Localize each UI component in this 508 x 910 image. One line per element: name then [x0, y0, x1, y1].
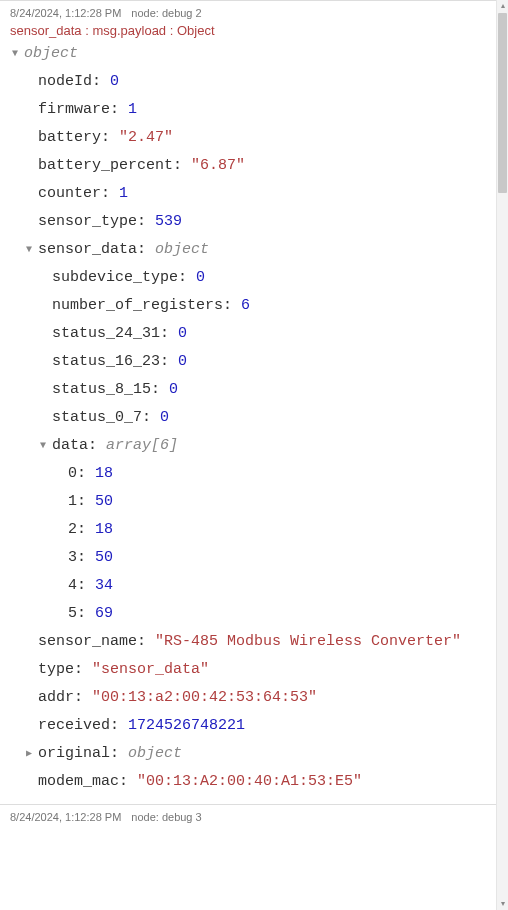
- prop-row[interactable]: sensor_name: "RS-485 Modbus Wireless Con…: [12, 628, 496, 656]
- prop-row[interactable]: status_16_23: 0: [12, 348, 496, 376]
- entry-header: 8/24/2024, 1:12:28 PM node: debug 3: [0, 811, 508, 823]
- caret-right-icon[interactable]: ▶: [26, 740, 36, 768]
- scrollbar[interactable]: ▴ ▾: [496, 0, 508, 831]
- prop-row[interactable]: battery_percent: "6.87": [12, 152, 496, 180]
- array-item[interactable]: 1: 50: [12, 488, 496, 516]
- caret-down-icon[interactable]: ▼: [12, 40, 22, 68]
- prop-row[interactable]: status_8_15: 0: [12, 376, 496, 404]
- prop-row[interactable]: firmware: 1: [12, 96, 496, 124]
- entry-timestamp: 8/24/2024, 1:12:28 PM: [10, 7, 121, 19]
- entry-timestamp: 8/24/2024, 1:12:28 PM: [10, 811, 121, 823]
- array-item[interactable]: 3: 50: [12, 544, 496, 572]
- array-item[interactable]: 5: 69: [12, 600, 496, 628]
- entry-path: sensor_data : msg.payload : Object: [0, 23, 508, 38]
- prop-row[interactable]: type: "sensor_data": [12, 656, 496, 684]
- caret-down-icon[interactable]: ▼: [40, 432, 50, 460]
- prop-row[interactable]: nodeId: 0: [12, 68, 496, 96]
- prop-row[interactable]: subdevice_type: 0: [12, 264, 496, 292]
- payload-tree: ▼object nodeId: 0 firmware: 1 battery: "…: [0, 38, 508, 796]
- debug-entry: 8/24/2024, 1:12:28 PM node: debug 2 sens…: [0, 0, 508, 804]
- caret-down-icon[interactable]: ▼: [26, 236, 36, 264]
- array-item[interactable]: 4: 34: [12, 572, 496, 600]
- prop-row[interactable]: number_of_registers: 6: [12, 292, 496, 320]
- entry-node: node: debug 3: [131, 811, 201, 823]
- root-object-row[interactable]: ▼object: [12, 40, 496, 68]
- scroll-thumb[interactable]: [498, 13, 507, 193]
- entry-node: node: debug 2: [131, 7, 201, 19]
- debug-entry: 8/24/2024, 1:12:28 PM node: debug 3: [0, 804, 508, 831]
- array-item[interactable]: 2: 18: [12, 516, 496, 544]
- prop-row[interactable]: addr: "00:13:a2:00:42:53:64:53": [12, 684, 496, 712]
- prop-row[interactable]: status_0_7: 0: [12, 404, 496, 432]
- prop-row[interactable]: received: 1724526748221: [12, 712, 496, 740]
- array-item[interactable]: 0: 18: [12, 460, 496, 488]
- prop-row[interactable]: modem_mac: "00:13:A2:00:40:A1:53:E5": [12, 768, 496, 796]
- scroll-up-icon[interactable]: ▴: [497, 0, 508, 12]
- sensor-data-row[interactable]: ▼sensor_data: object: [12, 236, 496, 264]
- prop-row[interactable]: counter: 1: [12, 180, 496, 208]
- data-array-row[interactable]: ▼data: array[6]: [12, 432, 496, 460]
- entry-header: 8/24/2024, 1:12:28 PM node: debug 2: [0, 7, 508, 19]
- prop-row[interactable]: sensor_type: 539: [12, 208, 496, 236]
- prop-row[interactable]: status_24_31: 0: [12, 320, 496, 348]
- original-row[interactable]: ▶original: object: [12, 740, 496, 768]
- prop-row[interactable]: battery: "2.47": [12, 124, 496, 152]
